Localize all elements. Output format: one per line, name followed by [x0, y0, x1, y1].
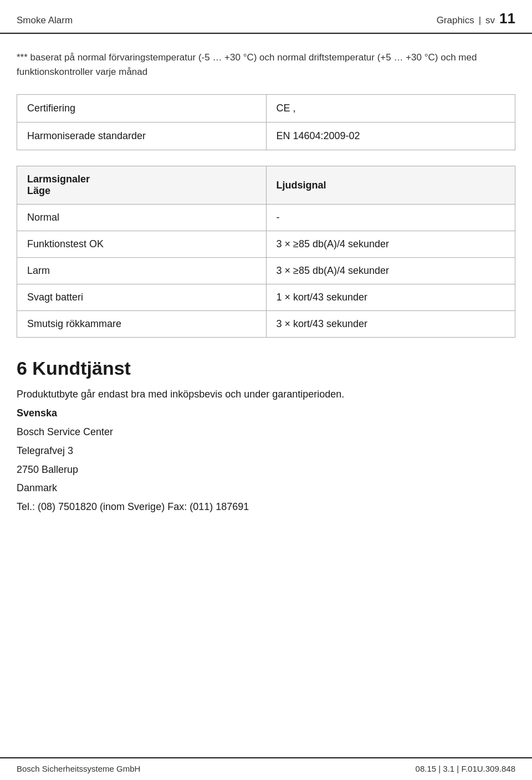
svenska-label: Svenska	[17, 407, 57, 419]
alarm-signal: 1 × kort/43 sekunder	[266, 284, 515, 311]
address-line: Telegrafvej 3	[17, 443, 515, 459]
section-6: 6 Kundtjänst Produktutbyte går endast br…	[17, 358, 515, 515]
address-line: Tel.: (08) 7501820 (inom Sverige) Fax: (…	[17, 499, 515, 515]
address-line: Danmark	[17, 481, 515, 496]
header-separator: |	[479, 15, 481, 26]
cert-label: Certifiering	[17, 95, 267, 123]
section-6-svenska: Svenska	[17, 406, 515, 421]
page-header: Smoke Alarm Graphics | sv 11	[0, 0, 532, 34]
header-lang: sv	[485, 15, 495, 26]
section-6-intro: Produktutbyte går endast bra med inköpsb…	[17, 387, 515, 402]
alarm-signal: 3 × ≥85 db(A)/4 sekunder	[266, 258, 515, 284]
address-line: 2750 Ballerup	[17, 462, 515, 478]
alarm-lage: Funktionstest OK	[17, 231, 267, 258]
col-header-lage: Larmsignaler Läge	[17, 166, 267, 205]
alarm-table: Larmsignaler Läge Ljudsignal Normal - Fu…	[17, 166, 515, 338]
alarm-table-row: Svagt batteri 1 × kort/43 sekunder	[17, 284, 515, 311]
header-right: Graphics | sv 11	[437, 10, 515, 27]
alarm-table-row: Smutsig rökkammare 3 × kort/43 sekunder	[17, 311, 515, 338]
page-wrapper: Smoke Alarm Graphics | sv 11 *** baserat…	[0, 0, 532, 780]
alarm-lage: Smutsig rökkammare	[17, 311, 267, 338]
alarm-lage: Svagt batteri	[17, 284, 267, 311]
header-section: Graphics	[437, 15, 474, 26]
section-6-heading: 6 Kundtjänst	[17, 358, 515, 379]
harmonised-label: Harmoniserade standarder	[17, 123, 267, 150]
main-content: *** baserat på normal förvaringstemperat…	[0, 34, 532, 529]
alarm-signal: -	[266, 205, 515, 231]
alarm-table-row: Funktionstest OK 3 × ≥85 db(A)/4 sekunde…	[17, 231, 515, 258]
header-title: Smoke Alarm	[17, 15, 73, 26]
address-block: Bosch Service CenterTelegrafvej 32750 Ba…	[17, 425, 515, 515]
footer-version: 08.15 | 3.1 | F.01U.309.848	[416, 764, 515, 773]
alarm-lage: Larm	[17, 258, 267, 284]
harmonised-value: EN 14604:2009-02	[266, 123, 515, 150]
alarm-table-row: Normal -	[17, 205, 515, 231]
table-row: Certifiering CE ,	[17, 95, 515, 123]
alarm-table-header-row: Larmsignaler Läge Ljudsignal	[17, 166, 515, 205]
alarm-table-row: Larm 3 × ≥85 db(A)/4 sekunder	[17, 258, 515, 284]
table-row: Harmoniserade standarder EN 14604:2009-0…	[17, 123, 515, 150]
intro-text: *** baserat på normal förvaringstemperat…	[17, 50, 515, 79]
alarm-signal: 3 × ≥85 db(A)/4 sekunder	[266, 231, 515, 258]
cert-table: Certifiering CE , Harmoniserade standard…	[17, 94, 515, 150]
header-page-number: 11	[499, 10, 515, 27]
address-line: Bosch Service Center	[17, 425, 515, 440]
col-header-signal: Ljudsignal	[266, 166, 515, 205]
cert-value: CE ,	[266, 95, 515, 123]
footer-company: Bosch Sicherheitssysteme GmbH	[17, 764, 140, 773]
alarm-lage: Normal	[17, 205, 267, 231]
page-footer: Bosch Sicherheitssysteme GmbH 08.15 | 3.…	[0, 757, 532, 780]
alarm-section: Larmsignaler Läge Ljudsignal Normal - Fu…	[17, 166, 515, 338]
alarm-signal: 3 × kort/43 sekunder	[266, 311, 515, 338]
